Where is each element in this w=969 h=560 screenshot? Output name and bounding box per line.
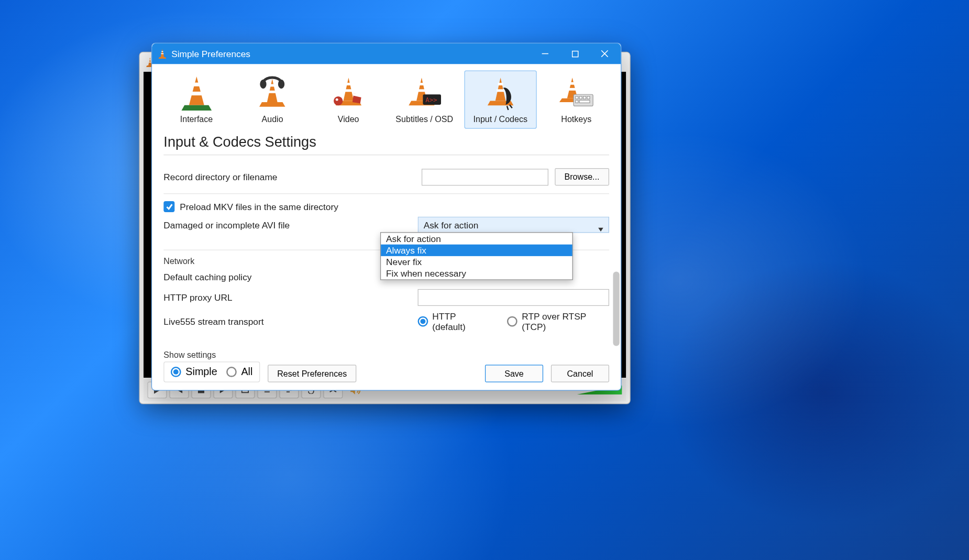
svg-rect-8 (191, 91, 202, 95)
proxy-input[interactable] (418, 289, 609, 306)
dialog-footer: Show settings Simple All Reset Preferenc… (152, 350, 621, 390)
interface-icon (181, 71, 212, 115)
tab-label: Video (338, 115, 359, 125)
avi-action-select[interactable]: Ask for action (418, 217, 609, 233)
svg-point-12 (278, 79, 284, 88)
svg-rect-32 (580, 100, 590, 103)
avi-selected: Ask for action (424, 219, 479, 230)
close-button[interactable] (590, 43, 620, 64)
tab-interface[interactable]: Interface (160, 71, 233, 129)
hotkeys-icon (558, 71, 594, 115)
cancel-button[interactable]: Cancel (551, 365, 609, 382)
live555-label: Live555 stream transport (163, 316, 411, 327)
tab-hotkeys[interactable]: Hotkeys (540, 71, 612, 129)
avi-option-ask[interactable]: Ask for action (381, 233, 572, 244)
avi-action-dropdown: Ask for action Always fix Never fix Fix … (380, 232, 573, 280)
tab-label: Hotkeys (561, 115, 591, 125)
proxy-label: HTTP proxy URL (163, 292, 411, 303)
browse-button[interactable]: Browse... (555, 168, 609, 185)
show-settings-label: Show settings (163, 350, 260, 360)
avi-option-always[interactable]: Always fix (381, 245, 572, 256)
subtitles-icon: A>> (406, 71, 443, 115)
svg-rect-13 (346, 82, 351, 85)
divider (163, 155, 609, 155)
maximize-button[interactable] (560, 43, 590, 64)
tab-subtitles[interactable]: A>> Subtitles / OSD (388, 71, 460, 129)
svg-rect-18 (419, 82, 424, 85)
record-dir-label: Record directory or filename (163, 172, 415, 182)
svg-rect-4 (161, 51, 163, 52)
vlc-cone-icon (157, 49, 168, 59)
tab-audio[interactable]: Audio (236, 71, 309, 129)
live555-rtp-label: RTP over RTSP (TCP) (522, 311, 609, 332)
tab-label: Subtitles / OSD (395, 115, 453, 125)
live555-rtp-radio[interactable]: RTP over RTSP (TCP) (507, 311, 609, 332)
chevron-down-icon (598, 223, 603, 234)
dialog-title: Simple Preferences (171, 49, 250, 59)
audio-icon (256, 71, 289, 115)
live555-http-radio[interactable]: HTTP (default) (418, 311, 489, 332)
avi-option-never[interactable]: Never fix (381, 256, 572, 268)
input-codecs-icon (483, 71, 517, 115)
show-simple-radio[interactable]: Simple (171, 366, 217, 378)
tab-input-codecs[interactable]: Input / Codecs (464, 71, 536, 129)
svg-rect-24 (570, 82, 575, 84)
tab-label: Input / Codecs (474, 115, 527, 125)
preload-mkv-label: Preload MKV files in the same directory (180, 202, 338, 212)
tab-video[interactable]: Video (312, 71, 384, 129)
svg-rect-31 (576, 100, 578, 103)
dialog-titlebar[interactable]: Simple Preferences (152, 43, 621, 64)
svg-rect-10 (269, 90, 277, 93)
category-tabs: Interface Audio Video A>> Subtitles / OS… (152, 64, 621, 131)
svg-rect-28 (580, 96, 582, 98)
group-record: Record directory or filename Browse... P… (163, 159, 609, 241)
section-title: Input & Codecs Settings (152, 131, 621, 155)
svg-point-17 (335, 98, 338, 101)
show-all-label: All (241, 366, 252, 378)
svg-text:A>>: A>> (426, 96, 437, 103)
content-scrollbar-track[interactable] (612, 265, 621, 350)
show-simple-label: Simple (185, 366, 217, 378)
svg-rect-7 (193, 82, 200, 86)
avi-option-necessary[interactable]: Fix when necessary (381, 268, 572, 279)
svg-rect-29 (583, 96, 586, 98)
svg-rect-25 (569, 87, 577, 90)
svg-rect-22 (498, 82, 503, 85)
tab-label: Interface (180, 115, 213, 125)
svg-rect-14 (345, 89, 353, 92)
svg-rect-0 (149, 60, 151, 61)
svg-rect-6 (572, 51, 578, 57)
avi-label: Damaged or incomplete AVI file (163, 219, 411, 230)
svg-rect-5 (161, 53, 163, 54)
svg-rect-9 (270, 84, 275, 86)
svg-rect-27 (576, 96, 578, 98)
svg-rect-19 (418, 89, 426, 92)
reset-preferences-button[interactable]: Reset Preferences (268, 365, 357, 382)
svg-point-16 (334, 96, 343, 105)
preferences-dialog: Simple Preferences Interface Audio Video (151, 42, 622, 390)
svg-point-11 (260, 79, 267, 88)
video-icon (331, 71, 367, 115)
record-dir-input[interactable] (422, 169, 548, 185)
content-scrollbar-thumb[interactable] (613, 272, 619, 346)
tab-label: Audio (262, 115, 283, 125)
svg-rect-30 (587, 96, 590, 98)
svg-rect-23 (497, 89, 504, 92)
group-network-label: Network (161, 256, 197, 266)
save-button[interactable]: Save (485, 365, 543, 382)
show-all-radio[interactable]: All (226, 366, 252, 378)
live555-http-label: HTTP (default) (432, 311, 489, 332)
settings-content: Record directory or filename Browse... P… (152, 159, 621, 350)
preload-mkv-checkbox[interactable] (163, 201, 174, 212)
minimize-button[interactable] (530, 43, 560, 64)
